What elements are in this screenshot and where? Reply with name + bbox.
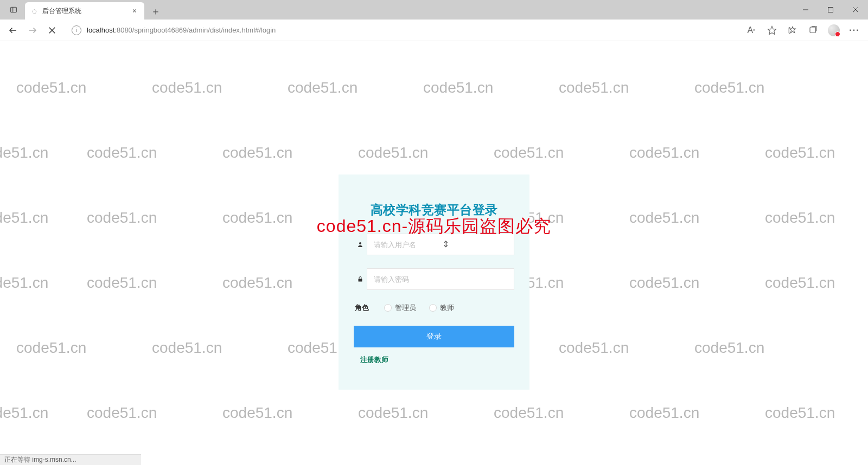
watermark: code51.cn bbox=[0, 274, 48, 292]
profile-avatar[interactable] bbox=[825, 22, 843, 39]
watermark: code51.cn bbox=[629, 404, 699, 422]
svg-rect-15 bbox=[810, 27, 816, 33]
tab-close-icon[interactable]: × bbox=[130, 7, 139, 15]
browser-toolbar: i localhost:8080/springboot46869/admin/d… bbox=[0, 20, 868, 41]
site-info-icon[interactable]: i bbox=[72, 25, 81, 35]
watermark: code51.cn bbox=[152, 79, 222, 96]
address-bar[interactable]: i localhost:8080/springboot46869/admin/d… bbox=[66, 22, 737, 38]
watermark: code51.cn bbox=[288, 79, 358, 96]
watermark: code51.cn bbox=[694, 339, 764, 357]
favorites-list-icon[interactable] bbox=[783, 22, 802, 39]
window-minimize-button[interactable] bbox=[793, 0, 818, 20]
watermark: code51.cn bbox=[0, 144, 48, 162]
stop-reload-button[interactable] bbox=[43, 22, 61, 39]
watermark: code51.cn bbox=[494, 144, 564, 162]
watermark: code51.cn bbox=[358, 404, 428, 422]
svg-rect-19 bbox=[359, 279, 362, 282]
tab-favicon-icon: ◌ bbox=[30, 7, 38, 15]
collections-icon[interactable] bbox=[804, 22, 822, 39]
new-tab-button[interactable]: ＋ bbox=[148, 3, 164, 20]
browser-tab-strip: ◌ 后台管理系统 × ＋ bbox=[0, 0, 868, 20]
register-teacher-link[interactable]: 注册教师 bbox=[354, 355, 514, 365]
window-controls bbox=[793, 0, 868, 20]
watermark: code51.cn bbox=[765, 404, 835, 422]
svg-point-18 bbox=[359, 242, 361, 244]
username-row: ⇕ bbox=[354, 234, 514, 255]
watermark: code51.cn bbox=[0, 209, 48, 227]
watermark: code51.cn bbox=[494, 404, 564, 422]
watermark: code51.cn bbox=[765, 274, 835, 292]
login-card: 高校学科竞赛平台登录 ⇕ 角色 管理员 教师 登录 bbox=[339, 175, 529, 390]
user-icon bbox=[354, 241, 367, 248]
watermark: code51.cn bbox=[765, 209, 835, 227]
watermark: code51.cn bbox=[222, 404, 292, 422]
watermark: code51.cn bbox=[222, 144, 292, 162]
page-content: code51.cn code51.cn code51.cn code51.cn … bbox=[0, 41, 868, 465]
lock-icon bbox=[354, 276, 367, 282]
password-input[interactable] bbox=[367, 268, 514, 290]
svg-marker-10 bbox=[768, 26, 776, 34]
watermark: code51.cn bbox=[16, 79, 86, 96]
svg-rect-3 bbox=[828, 8, 833, 12]
svg-rect-0 bbox=[11, 7, 17, 12]
watermark: code51.cn bbox=[694, 79, 764, 96]
password-row bbox=[354, 268, 514, 290]
browser-tab[interactable]: ◌ 后台管理系统 × bbox=[25, 2, 144, 20]
watermark: code51.cn bbox=[0, 404, 48, 422]
login-title: 高校学科竞赛平台登录 bbox=[354, 202, 514, 218]
watermark: code51.cn bbox=[152, 339, 222, 357]
watermark: code51.cn bbox=[629, 144, 699, 162]
watermark: code51.cn bbox=[559, 339, 629, 357]
watermark: code51.cn bbox=[87, 144, 157, 162]
role-row: 角色 管理员 教师 bbox=[354, 303, 514, 313]
watermark: code51.cn bbox=[559, 79, 629, 96]
watermark: code51.cn bbox=[629, 209, 699, 227]
username-input[interactable] bbox=[367, 234, 514, 255]
role-option-admin[interactable]: 管理员 bbox=[384, 303, 416, 313]
back-button[interactable] bbox=[4, 22, 22, 39]
radio-icon bbox=[384, 304, 392, 312]
tab-title: 后台管理系统 bbox=[42, 7, 130, 16]
watermark: code51.cn bbox=[87, 404, 157, 422]
role-option-label: 教师 bbox=[440, 303, 454, 313]
watermark: code51.cn bbox=[222, 209, 292, 227]
favorite-icon[interactable] bbox=[763, 22, 781, 39]
url-text: localhost:8080/springboot46869/admin/dis… bbox=[87, 26, 276, 34]
watermark: code51.cn bbox=[222, 274, 292, 292]
role-option-teacher[interactable]: 教师 bbox=[429, 303, 454, 313]
window-close-button[interactable] bbox=[843, 0, 868, 20]
status-text: 正在等待 img-s.msn.cn... bbox=[4, 455, 76, 464]
window-maximize-button[interactable] bbox=[818, 0, 843, 20]
menu-icon[interactable]: ··· bbox=[845, 22, 864, 39]
role-label: 角色 bbox=[355, 303, 369, 313]
role-option-label: 管理员 bbox=[395, 303, 416, 313]
tab-actions-icon[interactable] bbox=[4, 1, 23, 19]
watermark: code51.cn bbox=[765, 144, 835, 162]
login-button[interactable]: 登录 bbox=[354, 326, 514, 347]
watermark: code51.cn bbox=[16, 339, 86, 357]
forward-button bbox=[24, 22, 41, 39]
watermark: code51.cn bbox=[87, 209, 157, 227]
watermark: code51.cn bbox=[423, 79, 493, 96]
watermark: code51.cn bbox=[629, 274, 699, 292]
svg-marker-11 bbox=[790, 27, 796, 33]
watermark: code51.cn bbox=[358, 144, 428, 162]
status-bar: 正在等待 img-s.msn.cn... bbox=[0, 454, 141, 465]
radio-icon bbox=[429, 304, 437, 312]
read-aloud-icon[interactable]: A» bbox=[742, 22, 761, 39]
watermark: code51.cn bbox=[87, 274, 157, 292]
